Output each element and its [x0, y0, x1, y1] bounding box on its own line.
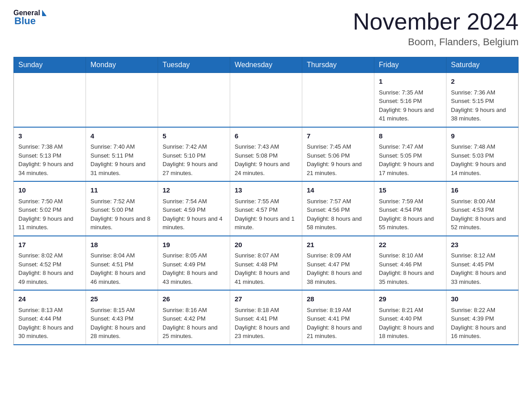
calendar-cell: 27Sunrise: 8:18 AMSunset: 4:41 PMDayligh… [230, 290, 302, 345]
day-number: 6 [235, 131, 297, 141]
day-number: 21 [307, 240, 369, 250]
day-number: 3 [18, 131, 81, 141]
logo-blue-text: Blue [14, 15, 36, 27]
day-info: Sunrise: 8:02 AMSunset: 4:52 PMDaylight:… [18, 251, 81, 286]
calendar-cell: 13Sunrise: 7:55 AMSunset: 4:57 PMDayligh… [230, 181, 302, 236]
calendar-cell: 9Sunrise: 7:48 AMSunset: 5:03 PMDaylight… [446, 127, 519, 182]
day-number: 7 [307, 131, 369, 141]
calendar-cell: 24Sunrise: 8:13 AMSunset: 4:44 PMDayligh… [14, 290, 86, 345]
day-info: Sunrise: 7:50 AMSunset: 5:02 PMDaylight:… [18, 197, 81, 232]
calendar-cell: 7Sunrise: 7:45 AMSunset: 5:06 PMDaylight… [302, 127, 374, 182]
weekday-header-thursday: Thursday [302, 57, 374, 73]
day-info: Sunrise: 8:10 AMSunset: 4:46 PMDaylight:… [379, 251, 442, 286]
day-info: Sunrise: 7:36 AMSunset: 5:15 PMDaylight:… [451, 88, 514, 123]
calendar-cell: 6Sunrise: 7:43 AMSunset: 5:08 PMDaylight… [230, 127, 302, 182]
day-number: 13 [235, 185, 297, 196]
day-info: Sunrise: 8:05 AMSunset: 4:49 PMDaylight:… [163, 251, 225, 286]
calendar-cell [158, 73, 230, 127]
day-info: Sunrise: 7:52 AMSunset: 5:00 PMDaylight:… [90, 197, 153, 232]
weekday-header-friday: Friday [374, 57, 446, 73]
day-info: Sunrise: 8:18 AMSunset: 4:41 PMDaylight:… [235, 306, 297, 341]
day-info: Sunrise: 8:16 AMSunset: 4:42 PMDaylight:… [163, 306, 225, 341]
calendar-cell: 25Sunrise: 8:15 AMSunset: 4:43 PMDayligh… [86, 290, 158, 345]
day-number: 26 [163, 294, 225, 304]
logo-arrow-icon [42, 10, 47, 16]
calendar-cell: 26Sunrise: 8:16 AMSunset: 4:42 PMDayligh… [158, 290, 230, 345]
calendar-cell: 16Sunrise: 8:00 AMSunset: 4:53 PMDayligh… [446, 181, 519, 236]
day-number: 25 [90, 294, 153, 304]
day-info: Sunrise: 8:15 AMSunset: 4:43 PMDaylight:… [90, 306, 153, 341]
day-info: Sunrise: 8:21 AMSunset: 4:40 PMDaylight:… [379, 306, 442, 341]
weekday-header-monday: Monday [86, 57, 158, 73]
day-info: Sunrise: 7:35 AMSunset: 5:16 PMDaylight:… [379, 88, 442, 123]
calendar-cell: 28Sunrise: 8:19 AMSunset: 4:41 PMDayligh… [302, 290, 374, 345]
day-info: Sunrise: 7:45 AMSunset: 5:06 PMDaylight:… [307, 142, 369, 177]
day-info: Sunrise: 7:40 AMSunset: 5:11 PMDaylight:… [90, 142, 153, 177]
day-info: Sunrise: 8:12 AMSunset: 4:45 PMDaylight:… [451, 251, 514, 286]
calendar-week-row: 1Sunrise: 7:35 AMSunset: 5:16 PMDaylight… [14, 73, 519, 127]
calendar-cell: 10Sunrise: 7:50 AMSunset: 5:02 PMDayligh… [14, 181, 86, 236]
calendar-cell: 21Sunrise: 8:09 AMSunset: 4:47 PMDayligh… [302, 236, 374, 291]
day-info: Sunrise: 8:13 AMSunset: 4:44 PMDaylight:… [18, 306, 81, 341]
day-info: Sunrise: 8:22 AMSunset: 4:39 PMDaylight:… [451, 306, 514, 341]
day-number: 5 [163, 131, 225, 141]
day-number: 30 [451, 294, 514, 304]
day-number: 17 [18, 240, 81, 250]
calendar-week-row: 10Sunrise: 7:50 AMSunset: 5:02 PMDayligh… [14, 181, 519, 236]
weekday-header-tuesday: Tuesday [158, 57, 230, 73]
month-title: November 2024 [353, 9, 519, 34]
day-info: Sunrise: 8:04 AMSunset: 4:51 PMDaylight:… [90, 251, 153, 286]
calendar-cell [230, 73, 302, 127]
logo: General Blue [13, 9, 47, 27]
day-info: Sunrise: 7:48 AMSunset: 5:03 PMDaylight:… [451, 142, 514, 177]
day-number: 11 [90, 185, 153, 196]
calendar-week-row: 24Sunrise: 8:13 AMSunset: 4:44 PMDayligh… [14, 290, 519, 345]
day-number: 2 [451, 77, 514, 87]
calendar-table: SundayMondayTuesdayWednesdayThursdayFrid… [13, 57, 519, 345]
day-info: Sunrise: 7:47 AMSunset: 5:05 PMDaylight:… [379, 142, 442, 177]
calendar-cell: 19Sunrise: 8:05 AMSunset: 4:49 PMDayligh… [158, 236, 230, 291]
day-number: 20 [235, 240, 297, 250]
weekday-header-wednesday: Wednesday [230, 57, 302, 73]
day-number: 24 [18, 294, 81, 304]
day-number: 23 [451, 240, 514, 250]
day-info: Sunrise: 7:43 AMSunset: 5:08 PMDaylight:… [235, 142, 297, 177]
page-header: General Blue November 2024 Boom, Flander… [13, 9, 519, 48]
day-number: 29 [379, 294, 442, 304]
calendar-cell: 15Sunrise: 7:59 AMSunset: 4:54 PMDayligh… [374, 181, 446, 236]
day-info: Sunrise: 7:59 AMSunset: 4:54 PMDaylight:… [379, 197, 442, 232]
day-number: 1 [379, 77, 442, 87]
calendar-cell: 8Sunrise: 7:47 AMSunset: 5:05 PMDaylight… [374, 127, 446, 182]
day-number: 16 [451, 185, 514, 196]
day-number: 4 [90, 131, 153, 141]
day-info: Sunrise: 7:55 AMSunset: 4:57 PMDaylight:… [235, 197, 297, 232]
calendar-cell: 4Sunrise: 7:40 AMSunset: 5:11 PMDaylight… [86, 127, 158, 182]
calendar-cell [86, 73, 158, 127]
title-block: November 2024 Boom, Flanders, Belgium [353, 9, 519, 48]
day-info: Sunrise: 7:54 AMSunset: 4:59 PMDaylight:… [163, 197, 225, 232]
day-number: 28 [307, 294, 369, 304]
calendar-cell [14, 73, 86, 127]
day-number: 19 [163, 240, 225, 250]
calendar-cell: 14Sunrise: 7:57 AMSunset: 4:56 PMDayligh… [302, 181, 374, 236]
calendar-cell: 5Sunrise: 7:42 AMSunset: 5:10 PMDaylight… [158, 127, 230, 182]
day-number: 22 [379, 240, 442, 250]
day-info: Sunrise: 8:19 AMSunset: 4:41 PMDaylight:… [307, 306, 369, 341]
calendar-cell: 2Sunrise: 7:36 AMSunset: 5:15 PMDaylight… [446, 73, 519, 127]
location-title: Boom, Flanders, Belgium [353, 36, 519, 48]
calendar-cell: 29Sunrise: 8:21 AMSunset: 4:40 PMDayligh… [374, 290, 446, 345]
weekday-header-sunday: Sunday [14, 57, 86, 73]
day-number: 15 [379, 185, 442, 196]
day-number: 9 [451, 131, 514, 141]
day-info: Sunrise: 7:42 AMSunset: 5:10 PMDaylight:… [163, 142, 225, 177]
calendar-cell: 22Sunrise: 8:10 AMSunset: 4:46 PMDayligh… [374, 236, 446, 291]
calendar-cell: 17Sunrise: 8:02 AMSunset: 4:52 PMDayligh… [14, 236, 86, 291]
day-info: Sunrise: 8:09 AMSunset: 4:47 PMDaylight:… [307, 251, 369, 286]
calendar-cell: 18Sunrise: 8:04 AMSunset: 4:51 PMDayligh… [86, 236, 158, 291]
calendar-cell: 12Sunrise: 7:54 AMSunset: 4:59 PMDayligh… [158, 181, 230, 236]
calendar-week-row: 17Sunrise: 8:02 AMSunset: 4:52 PMDayligh… [14, 236, 519, 291]
day-info: Sunrise: 8:07 AMSunset: 4:48 PMDaylight:… [235, 251, 297, 286]
day-number: 8 [379, 131, 442, 141]
day-number: 27 [235, 294, 297, 304]
day-number: 14 [307, 185, 369, 196]
